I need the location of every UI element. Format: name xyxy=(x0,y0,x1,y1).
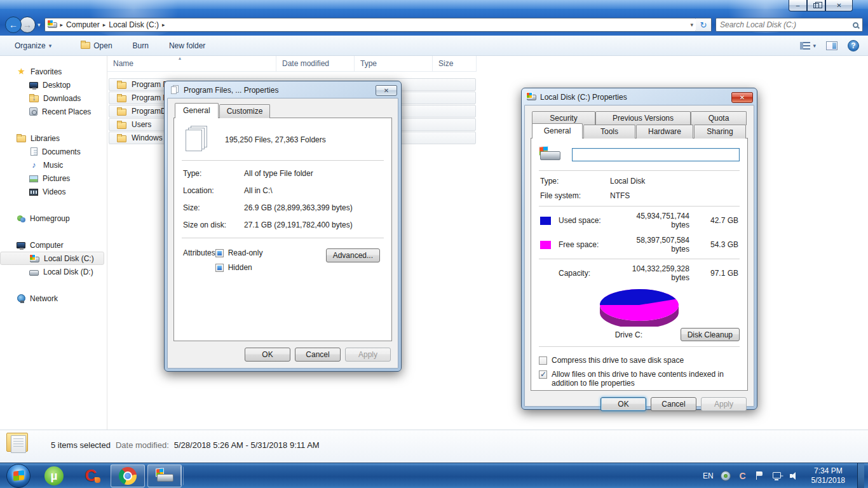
compress-checkbox-row[interactable]: Compress this drive to save disk space xyxy=(539,356,740,365)
advanced-button[interactable]: Advanced... xyxy=(326,248,380,262)
show-desktop-button[interactable] xyxy=(857,463,864,488)
index-checkbox[interactable] xyxy=(539,370,547,379)
sidebar-item-favorites[interactable]: ★ Favorites xyxy=(0,65,107,78)
file-name: Users xyxy=(132,120,151,129)
column-header-type[interactable]: Type xyxy=(355,56,433,71)
tab-previous-versions[interactable]: Previous Versions xyxy=(595,111,691,125)
column-header-size[interactable]: Size xyxy=(433,56,477,71)
navigation-bar: ← → ▾ ▸ Computer ▸ Local Disk (C:) ▸ ▾ ↻ xyxy=(5,17,863,32)
sidebar-item-recent-places[interactable]: Recent Places xyxy=(0,105,107,118)
breadcrumb-computer[interactable]: Computer xyxy=(66,20,100,29)
computer-icon xyxy=(48,22,57,28)
tab-general[interactable]: General xyxy=(175,103,219,118)
apply-label: Apply xyxy=(358,350,377,359)
hidden-checkbox[interactable] xyxy=(215,264,224,272)
sidebar-item-desktop[interactable]: Desktop xyxy=(0,78,107,92)
sidebar-item-libraries[interactable]: Libraries xyxy=(0,132,107,145)
sidebar-item-local-disk-c[interactable]: Local Disk (C:) xyxy=(0,252,104,265)
help-button[interactable]: ? xyxy=(848,40,859,51)
breadcrumb-arrow-icon[interactable]: ▸ xyxy=(60,22,64,28)
tray-update-icon[interactable] xyxy=(721,471,731,481)
network-status-icon[interactable] xyxy=(772,471,782,481)
dialog-close-button[interactable]: ✕ xyxy=(376,85,397,96)
field-label: Size: xyxy=(183,203,244,212)
refresh-button[interactable]: ↻ xyxy=(696,18,712,32)
change-view-button[interactable]: ▾ xyxy=(800,42,816,50)
sidebar-item-local-disk-d[interactable]: Local Disk (D:) xyxy=(0,265,107,278)
dialog-title: Program Files, ... Properties xyxy=(184,86,278,95)
column-header-date-modified[interactable]: Date modified xyxy=(276,56,355,71)
drive-label-input[interactable] xyxy=(572,148,740,161)
index-checkbox-row[interactable]: Allow files on this drive to have conten… xyxy=(539,370,740,388)
taskbar-utorrent-button[interactable]: µ xyxy=(37,464,71,487)
sidebar-item-downloads[interactable]: Downloads xyxy=(0,92,107,105)
taskbar-chrome-button[interactable] xyxy=(111,464,145,487)
desktop-icon xyxy=(29,82,38,88)
dialog-buttons: OK Cancel Apply xyxy=(531,391,748,412)
sidebar-item-computer[interactable]: Computer xyxy=(0,238,107,252)
tab-customize[interactable]: Customize xyxy=(219,104,271,118)
address-dropdown-icon[interactable]: ▾ xyxy=(690,22,693,28)
taskbar-clock[interactable]: 7:34 PM 5/31/2018 xyxy=(806,466,850,485)
history-dropdown-icon[interactable]: ▾ xyxy=(37,22,41,28)
minimize-button[interactable]: – xyxy=(789,0,807,11)
breadcrumb-local-disk-c[interactable]: Local Disk (C:) xyxy=(109,20,159,29)
read-only-checkbox[interactable] xyxy=(215,249,224,257)
apply-button[interactable]: Apply xyxy=(701,397,747,411)
apply-button[interactable]: Apply xyxy=(345,348,391,362)
ok-button[interactable]: OK xyxy=(600,397,646,411)
tray-ccleaner-icon[interactable]: C xyxy=(738,471,748,481)
tab-general[interactable]: General xyxy=(532,123,583,139)
free-space-bytes: 58,397,507,584 bytes xyxy=(617,236,689,254)
dialog-close-button[interactable]: ✕ xyxy=(731,92,753,103)
hidden-checkbox-row[interactable]: Hidden xyxy=(215,263,263,272)
selection-summary: 5 items selected Date modified: 5/28/201… xyxy=(51,440,320,450)
compress-checkbox[interactable] xyxy=(539,356,547,365)
close-button[interactable]: ✕ xyxy=(825,0,853,11)
document-icon xyxy=(11,435,26,453)
sidebar-item-documents[interactable]: Documents xyxy=(0,145,107,158)
start-button[interactable] xyxy=(6,464,31,488)
sidebar-item-homegroup[interactable]: Homegroup xyxy=(0,212,107,225)
tab-sharing[interactable]: Sharing xyxy=(694,125,746,139)
column-label: Name xyxy=(113,59,133,68)
taskbar-explorer-button[interactable] xyxy=(147,464,182,487)
sidebar-item-label: Documents xyxy=(42,147,81,156)
address-bar[interactable]: ▸ Computer ▸ Local Disk (C:) ▸ ▾ xyxy=(44,18,696,32)
sidebar-item-pictures[interactable]: Pictures xyxy=(0,172,107,185)
utorrent-icon: µ xyxy=(44,466,64,485)
cancel-button[interactable]: Cancel xyxy=(651,397,696,411)
taskbar-ccleaner-button[interactable]: C xyxy=(74,464,108,487)
action-center-flag-icon[interactable] xyxy=(755,471,765,481)
search-box[interactable] xyxy=(715,18,863,32)
open-button[interactable]: Open xyxy=(75,39,118,53)
back-button[interactable]: ← xyxy=(5,17,22,33)
language-indicator[interactable]: EN xyxy=(703,471,714,480)
cancel-button[interactable]: Cancel xyxy=(295,348,341,362)
maximize-button[interactable] xyxy=(807,0,825,11)
breadcrumb-arrow-icon[interactable]: ▸ xyxy=(162,22,165,28)
column-header-name[interactable]: Name ▴ xyxy=(107,56,276,71)
tab-tools[interactable]: Tools xyxy=(583,125,635,139)
breadcrumb-arrow-icon[interactable]: ▸ xyxy=(103,22,106,28)
dialog-titlebar[interactable]: Program Files, ... Properties ✕ xyxy=(167,84,398,98)
preview-pane-button[interactable] xyxy=(826,41,837,50)
burn-button[interactable]: Burn xyxy=(127,39,154,53)
ok-button[interactable]: OK xyxy=(245,348,290,362)
divider xyxy=(182,160,384,161)
drive-icon xyxy=(539,146,562,163)
tab-quota[interactable]: Quota xyxy=(691,111,747,125)
search-input[interactable] xyxy=(720,20,853,29)
sidebar-item-music[interactable]: ♪ Music xyxy=(0,158,107,172)
details-pane: 5 items selected Date modified: 5/28/201… xyxy=(0,430,868,463)
volume-icon[interactable] xyxy=(789,471,799,481)
tab-hardware[interactable]: Hardware xyxy=(636,125,693,139)
sidebar-item-network[interactable]: Network xyxy=(0,292,107,305)
read-only-checkbox-row[interactable]: Read-only xyxy=(215,248,263,257)
sidebar-item-videos[interactable]: Videos xyxy=(0,185,107,198)
organize-button[interactable]: Organize ▾ xyxy=(9,39,57,53)
new-folder-button[interactable]: New folder xyxy=(163,39,211,53)
dialog-titlebar[interactable]: Local Disk (C:) Properties ✕ xyxy=(524,91,754,105)
cancel-label: Cancel xyxy=(306,350,329,359)
disk-cleanup-button[interactable]: Disk Cleanup xyxy=(681,328,740,341)
